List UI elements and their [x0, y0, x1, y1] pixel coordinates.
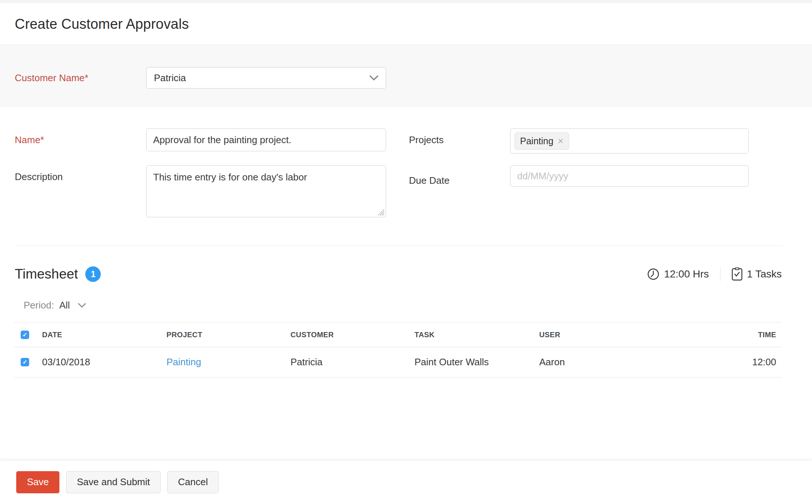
cell-date: 03/10/2018	[42, 356, 166, 368]
chevron-down-icon	[369, 75, 378, 81]
column-header-user: USER	[539, 331, 730, 339]
cell-time: 12:00	[730, 356, 782, 368]
projects-label: Projects	[386, 128, 510, 146]
total-tasks-value: 1 Tasks	[747, 268, 782, 280]
row-checkbox[interactable]: ✓	[21, 358, 29, 366]
period-label: Period:	[24, 300, 54, 311]
table-row: ✓ 03/10/2018 Painting Patricia Paint Out…	[14, 347, 782, 377]
timesheet-heading: Timesheet	[15, 266, 78, 282]
column-header-time: TIME	[730, 331, 782, 339]
save-button[interactable]: Save	[16, 471, 59, 493]
timesheet-header: Timesheet 1 12:00 Hrs 1 Tasks	[15, 266, 782, 282]
save-and-submit-button[interactable]: Save and Submit	[66, 471, 161, 493]
column-header-project: PROJECT	[166, 331, 290, 339]
select-all-checkbox[interactable]: ✓	[21, 331, 29, 339]
table-header-row: ✓ DATE PROJECT CUSTOMER TASK USER TIME	[14, 322, 782, 347]
cancel-button[interactable]: Cancel	[167, 471, 219, 493]
cell-customer: Patricia	[290, 356, 414, 368]
customer-name-value: Patricia	[154, 72, 186, 84]
section-divider	[14, 245, 782, 246]
project-tag: Painting ×	[515, 132, 569, 150]
period-filter[interactable]: Period: All	[24, 300, 812, 311]
column-header-date: DATE	[42, 331, 166, 339]
chevron-down-icon	[75, 303, 86, 308]
period-value: All	[59, 300, 70, 311]
projects-tag-input[interactable]: Painting ×	[510, 128, 749, 153]
project-link[interactable]: Painting	[166, 356, 201, 367]
name-label: Name*	[15, 128, 146, 146]
due-date-input[interactable]	[510, 165, 749, 187]
approval-form: Name* Projects Painting × Description Th…	[0, 107, 812, 219]
due-date-label: Due Date	[386, 165, 510, 186]
project-tag-label: Painting	[520, 136, 553, 146]
description-label: Description	[15, 165, 146, 183]
customer-name-label: Customer Name*	[15, 72, 146, 84]
description-textarea[interactable]: This time entry is for one day's labor	[146, 165, 386, 217]
column-header-customer: CUSTOMER	[290, 331, 414, 339]
page-title: Create Customer Approvals	[15, 16, 797, 32]
clipboard-check-icon	[732, 267, 743, 281]
cell-task: Paint Outer Walls	[414, 356, 539, 368]
total-tasks-stat: 1 Tasks	[732, 267, 782, 281]
total-hours-value: 12:00 Hrs	[664, 268, 709, 280]
customer-name-section: Customer Name* Patricia	[0, 45, 812, 107]
timesheet-count-badge: 1	[85, 266, 101, 282]
page-header: Create Customer Approvals	[0, 3, 812, 45]
total-hours-stat: 12:00 Hrs	[647, 268, 709, 280]
timesheet-table: ✓ DATE PROJECT CUSTOMER TASK USER TIME ✓…	[14, 322, 782, 377]
customer-name-select[interactable]: Patricia	[146, 67, 386, 89]
remove-tag-icon[interactable]: ×	[558, 136, 563, 146]
name-input[interactable]	[146, 128, 386, 151]
column-header-task: TASK	[414, 331, 539, 339]
form-action-bar: Save Save and Submit Cancel	[0, 460, 812, 504]
top-strip	[0, 0, 812, 3]
stats-divider	[720, 267, 720, 281]
cell-user: Aaron	[539, 356, 730, 368]
clock-icon	[647, 268, 660, 280]
